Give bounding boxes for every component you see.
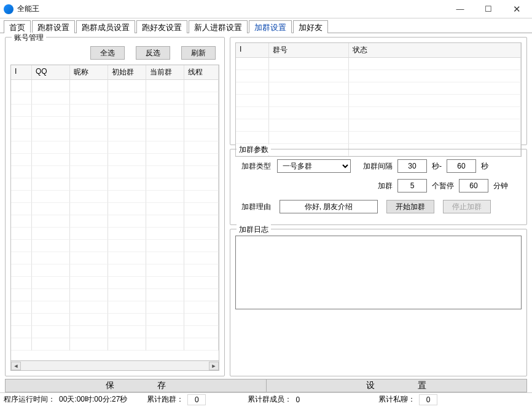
close-button[interactable]: ✕	[503, 0, 531, 18]
interval-unit1: 秒-	[432, 161, 442, 172]
table-row[interactable]	[11, 215, 219, 228]
col-nickname[interactable]: 昵称	[70, 65, 108, 80]
log-textarea[interactable]	[235, 236, 522, 309]
account-hscrollbar[interactable]: ◄ ►	[10, 361, 219, 371]
table-row[interactable]	[11, 240, 219, 252]
table-row[interactable]	[11, 228, 219, 240]
table-row[interactable]	[236, 107, 521, 119]
scroll-left-icon[interactable]: ◄	[11, 362, 21, 370]
table-row[interactable]	[11, 166, 219, 178]
pause-count-unit: 个暂停	[432, 181, 454, 191]
bottom-button-row: 保 存 设 置	[5, 379, 527, 392]
group-table-body[interactable]	[236, 58, 521, 156]
params-title: 加群参数	[237, 145, 271, 155]
account-toolbar: 全选 反选 刷新	[10, 44, 219, 65]
select-all-button[interactable]: 全选	[90, 46, 125, 60]
type-select[interactable]: 一号多群	[277, 159, 351, 173]
table-row[interactable]	[11, 92, 219, 105]
table-row[interactable]	[236, 119, 521, 132]
table-row[interactable]	[11, 301, 219, 314]
table-row[interactable]	[236, 82, 521, 95]
account-table-body[interactable]	[11, 80, 219, 360]
tab-run-friend-settings[interactable]: 跑好友设置	[136, 20, 187, 33]
pause-label: 加群	[363, 181, 393, 191]
start-add-group-button[interactable]: 开始加群	[386, 200, 434, 213]
col-thread[interactable]: 线程	[184, 65, 219, 80]
pause-duration-input[interactable]	[459, 179, 488, 193]
main-tabstrip: 首页 跑群设置 跑群成员设置 跑好友设置 新人进群设置 加群设置 加好友	[0, 18, 532, 33]
runtime-value: 00天:00时:00分:27秒	[59, 394, 127, 405]
params-groupbox: 加群参数 加群类型 一号多群 加群间隔 秒-	[230, 149, 527, 225]
tab-newcomer-settings[interactable]: 新人进群设置	[189, 20, 248, 33]
gcol-i[interactable]: I	[236, 43, 269, 58]
table-row[interactable]	[11, 314, 219, 326]
scroll-right-icon[interactable]: ►	[209, 362, 219, 370]
settings-button[interactable]: 设 置	[267, 379, 528, 392]
save-button[interactable]: 保 存	[5, 379, 267, 392]
private-value: 0	[419, 394, 437, 405]
runtime-label: 程序运行时间：	[4, 394, 55, 405]
table-row[interactable]	[11, 264, 219, 277]
invert-select-button[interactable]: 反选	[136, 46, 170, 60]
table-row[interactable]	[11, 117, 219, 129]
refresh-button[interactable]: 刷新	[181, 46, 216, 60]
tab-add-group-settings[interactable]: 加群设置	[249, 20, 292, 33]
interval-min-input[interactable]	[397, 159, 427, 173]
col-i[interactable]: I	[11, 65, 32, 80]
table-row[interactable]	[11, 277, 219, 289]
tab-home[interactable]: 首页	[4, 20, 31, 33]
window-title: 全能王	[17, 4, 39, 14]
private-label: 累计私聊：	[378, 394, 415, 405]
table-row[interactable]	[11, 326, 219, 338]
group-list-groupbox: I 群号 状态	[230, 37, 527, 145]
table-row[interactable]	[11, 80, 219, 92]
type-label: 加群类型	[241, 161, 271, 172]
tab-run-group-member-settings[interactable]: 跑群成员设置	[76, 20, 135, 33]
interval-max-input[interactable]	[447, 159, 476, 173]
account-table-header: I QQ 昵称 初始群 当前群 线程	[11, 65, 219, 80]
member-value: 0	[295, 395, 300, 404]
log-title: 加群日志	[237, 224, 271, 235]
table-row[interactable]	[11, 252, 219, 264]
app-icon	[4, 4, 14, 14]
col-qq[interactable]: QQ	[32, 65, 70, 80]
table-row[interactable]	[11, 338, 219, 351]
table-row[interactable]	[236, 95, 521, 107]
table-row[interactable]	[11, 105, 219, 117]
stop-add-group-button[interactable]: 停止加群	[443, 200, 491, 213]
pause-count-input[interactable]	[397, 179, 427, 193]
table-row[interactable]	[236, 70, 521, 82]
gcol-number[interactable]: 群号	[269, 43, 349, 58]
table-row[interactable]	[236, 58, 521, 70]
interval-label: 加群间隔	[363, 161, 393, 172]
group-table-header: I 群号 状态	[236, 43, 521, 58]
table-row[interactable]	[11, 178, 219, 191]
tab-run-group-settings[interactable]: 跑群设置	[32, 20, 75, 33]
pause-duration-unit: 分钟	[493, 181, 508, 191]
gcol-status[interactable]: 状态	[349, 43, 521, 58]
table-row[interactable]	[11, 154, 219, 166]
reason-label: 加群理由	[241, 202, 271, 212]
table-row[interactable]	[11, 191, 219, 203]
table-row[interactable]	[11, 129, 219, 141]
col-initial-group[interactable]: 初始群	[108, 65, 146, 80]
table-row[interactable]	[11, 141, 219, 154]
table-row[interactable]	[11, 203, 219, 215]
table-row[interactable]	[236, 132, 521, 144]
table-row[interactable]	[11, 289, 219, 301]
maximize-button[interactable]: ☐	[474, 0, 503, 18]
client-area: 账号管理 全选 反选 刷新 I QQ 昵称 初始群 当前群 线程	[0, 33, 532, 379]
tab-add-friend[interactable]: 加好友	[293, 20, 328, 33]
col-current-group[interactable]: 当前群	[146, 65, 184, 80]
status-bar: 程序运行时间： 00天:00时:00分:27秒 累计跑群： 0 累计群成员： 0…	[0, 392, 532, 406]
interval-unit2: 秒	[481, 161, 488, 172]
group-table[interactable]: I 群号 状态	[235, 42, 522, 157]
log-groupbox: 加群日志	[230, 229, 527, 376]
reason-input[interactable]	[280, 200, 378, 213]
minimize-button[interactable]: —	[446, 0, 474, 18]
account-groupbox: 账号管理 全选 反选 刷新 I QQ 昵称 初始群 当前群 线程	[5, 37, 225, 376]
window-titlebar: 全能王 — ☐ ✕	[0, 0, 532, 18]
account-table[interactable]: I QQ 昵称 初始群 当前群 线程	[10, 65, 219, 361]
member-label: 累计群成员：	[248, 394, 292, 405]
run-group-label: 累计跑群：	[147, 394, 184, 405]
